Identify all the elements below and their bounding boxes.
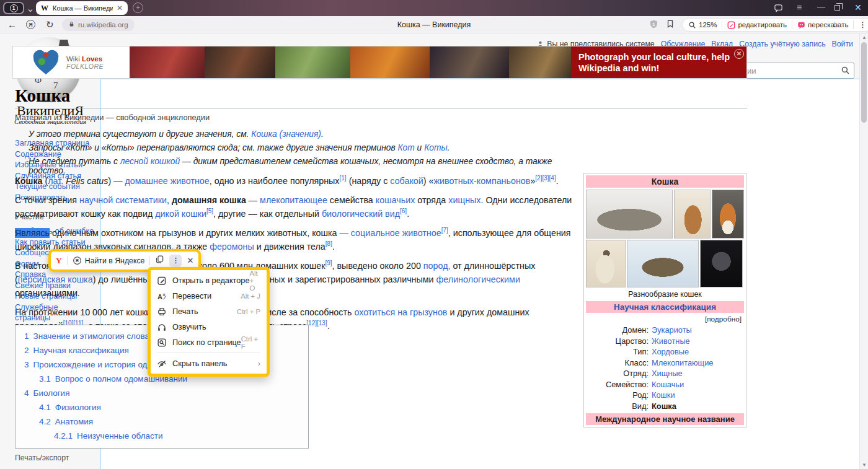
scroll-down-arrow[interactable]: ▼ <box>860 462 868 468</box>
bookmark-flag-icon[interactable] <box>666 19 675 31</box>
toc-number: 4.2.1 <box>54 431 73 441</box>
taxobox-title: Кошка <box>586 175 744 188</box>
reference-link[interactable]: [8] <box>326 240 332 247</box>
reference-link[interactable]: [5] <box>206 208 213 214</box>
toc-item[interactable]: 4Биология <box>24 388 299 398</box>
scrollbar-thumb[interactable] <box>861 42 867 123</box>
yandex-logo-icon[interactable]: Y <box>56 256 62 266</box>
scroll-up-arrow[interactable]: ▲ <box>860 35 868 40</box>
yandex-circle-icon[interactable]: Я <box>26 20 35 29</box>
article-link[interactable]: охотиться на грызунов <box>354 307 447 317</box>
article-link[interactable]: биологический вид <box>322 209 400 219</box>
article-link[interactable]: кошачьих <box>376 195 415 205</box>
more-tools-kebab-icon[interactable]: ⋮ <box>859 20 866 29</box>
translate-icon: Ая <box>157 291 167 301</box>
taxonomy-value[interactable]: Эукариоты <box>652 325 692 336</box>
reference-link[interactable]: [12][13] <box>306 320 327 327</box>
menu-separator <box>157 353 260 353</box>
close-button[interactable]: ✕ <box>854 2 862 12</box>
zoom-control[interactable]: 125% <box>688 21 717 29</box>
article-link[interactable]: феромоны <box>210 242 254 252</box>
cat-photo[interactable] <box>674 190 711 239</box>
tab-close-icon[interactable]: ✕ <box>117 4 123 12</box>
back-icon[interactable]: ← <box>7 19 17 30</box>
toc-number: 4 <box>24 388 29 398</box>
menu-item[interactable]: ПечатьCtrl + P <box>151 304 267 319</box>
url-field[interactable]: ru.wikipedia.org <box>62 19 135 31</box>
search-in-yandex-button[interactable]: Я Найти в Яндексе <box>73 256 145 265</box>
article-link[interactable]: социальное животное <box>351 228 441 238</box>
article-link[interactable]: лат. <box>48 176 63 186</box>
user-link[interactable]: Создать учётную запись <box>739 40 825 48</box>
menu-item[interactable]: Озвучить <box>151 319 267 335</box>
cat-photo[interactable] <box>586 240 626 287</box>
article-link[interactable]: животных-компаньонов <box>433 176 530 186</box>
article-text: У этого термина существуют и другие знач… <box>29 129 251 139</box>
article-text: Не следует путать с <box>29 157 120 166</box>
article-link[interactable]: персидская кошка <box>18 274 93 284</box>
chat-bubble-icon[interactable] <box>774 3 783 14</box>
reference-link[interactable]: [1] <box>340 175 347 182</box>
article-link[interactable]: домашнее животное <box>125 176 209 186</box>
menu-item-label: Печать <box>172 307 237 316</box>
taxonomy-value[interactable]: Хищные <box>652 368 683 379</box>
download-icon[interactable]: ↓ <box>832 19 836 29</box>
banner-photo <box>509 46 571 78</box>
user-link[interactable]: Войти <box>832 40 853 48</box>
taxonomy-value[interactable]: Кошки <box>652 390 675 401</box>
sidebar-link[interactable]: Скачать как PDF <box>15 467 95 469</box>
classification-header[interactable]: Научная классификация <box>586 301 744 313</box>
cat-photo[interactable] <box>712 190 744 239</box>
toc-item[interactable]: 4.1Физиология <box>24 403 299 412</box>
banner-close-icon[interactable]: ✕ <box>734 49 744 59</box>
browser-tab[interactable]: W Кошка — Википедия ✕ <box>36 1 128 15</box>
article-link[interactable]: Кошка (значения) <box>251 129 321 139</box>
article-link[interactable]: научной систематики <box>79 195 167 205</box>
taxonomy-value[interactable]: Кошачьи <box>652 379 684 390</box>
wiki-loves-folklore-banner[interactable]: Wiki Loves FOLKLORE Photograph your loca… <box>12 46 747 79</box>
protect-shield-icon[interactable]: 1 <box>649 19 659 32</box>
toolbar-kebab-icon[interactable]: ⋮ <box>169 255 182 267</box>
retell-button[interactable]: пересказать <box>797 21 848 29</box>
tab-group-button[interactable]: 1 <box>3 2 24 14</box>
toc-item[interactable]: 4.2Анатомия <box>24 417 299 426</box>
new-tab-button[interactable]: + <box>133 2 143 13</box>
refresh-icon[interactable]: ↻ <box>46 19 54 30</box>
restore-button[interactable] <box>835 5 840 11</box>
edit-page-button[interactable]: редактировать <box>727 21 787 29</box>
taxonomy-value[interactable]: Хордовые <box>652 346 689 357</box>
taxonomy-value[interactable]: Млекопитающие <box>652 357 713 369</box>
article-link[interactable]: хищных <box>448 195 480 205</box>
scrollbar[interactable]: ▲ ▼ <box>859 33 868 469</box>
article-link[interactable]: Кот <box>397 143 414 152</box>
reference-link[interactable]: [6] <box>400 208 407 214</box>
chevron-down-icon[interactable] <box>27 5 33 16</box>
toc-item[interactable]: 4.2.1Неизученные области <box>24 431 299 441</box>
article-link[interactable]: собакой <box>390 176 423 186</box>
reference-link[interactable]: [2][3][4] <box>535 175 556 182</box>
article-text: . <box>556 176 559 186</box>
menu-item[interactable]: Открыть в редактореAlt + O <box>151 273 267 288</box>
reference-link[interactable]: [7] <box>441 227 448 234</box>
article-link[interactable]: лесной кошкой <box>120 157 180 166</box>
cat-photo[interactable] <box>627 240 699 287</box>
taxonomy-label: Домен: <box>586 325 652 336</box>
taxonomy-value[interactable]: Животные <box>652 336 690 347</box>
menu-item[interactable]: Скрыть панель› <box>151 356 267 371</box>
article-link[interactable]: Коты <box>424 143 447 152</box>
search-icon[interactable] <box>841 66 850 77</box>
article-link[interactable]: млекопитающее <box>260 195 327 205</box>
cat-photo[interactable] <box>586 190 673 239</box>
toolbar-close-icon[interactable]: ✕ <box>187 256 193 265</box>
menu-hamburger-icon[interactable]: ≡ <box>797 2 802 12</box>
cat-photo[interactable] <box>700 240 743 287</box>
pink-retell-icon <box>797 21 805 29</box>
copy-icon[interactable] <box>155 255 164 266</box>
menu-item[interactable]: Поиск по страницеCtrl + F <box>151 335 267 350</box>
article-link[interactable]: дикой кошки <box>155 209 206 219</box>
details-link[interactable]: [подробно] <box>586 313 744 325</box>
article-link[interactable]: пород, <box>423 261 451 271</box>
reference-link[interactable]: [9] <box>325 260 332 266</box>
minimize-button[interactable]: — <box>817 2 825 11</box>
article-link[interactable]: фелинологическими <box>436 274 520 284</box>
